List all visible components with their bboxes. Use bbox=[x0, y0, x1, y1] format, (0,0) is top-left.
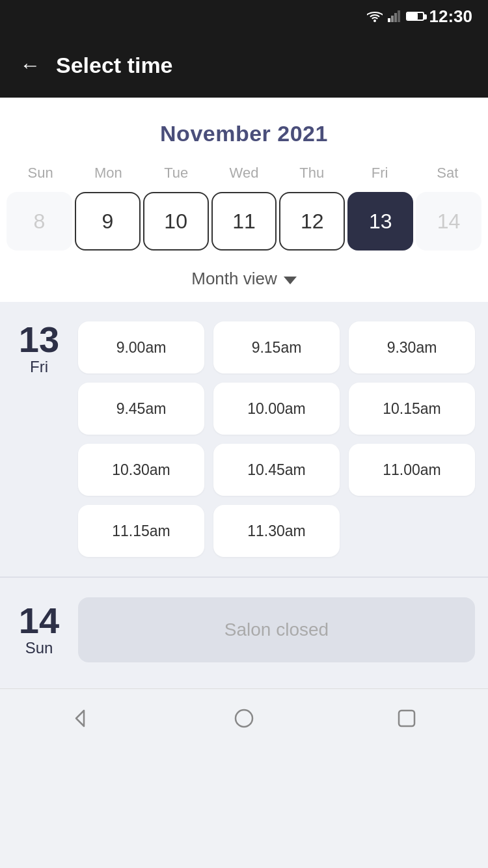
friday-row: 13 Fri 9.00am 9.15am 9.30am 9.45am 10.00… bbox=[13, 321, 475, 557]
month-year-title: November 2021 bbox=[0, 98, 488, 159]
chevron-down-icon bbox=[284, 277, 297, 284]
day-header-sun: Sun bbox=[7, 159, 74, 187]
calendar-row: 8 9 10 11 12 13 14 bbox=[0, 192, 488, 251]
friday-time-grid: 9.00am 9.15am 9.30am 9.45am 10.00am 10.1… bbox=[78, 321, 475, 557]
day-header-mon: Mon bbox=[74, 159, 142, 187]
svg-marker-4 bbox=[76, 711, 84, 726]
status-bar: 12:30 bbox=[0, 0, 488, 33]
sunday-closed-section: 14 Sun Salon closed bbox=[0, 578, 488, 688]
salon-closed-box: Salon closed bbox=[78, 597, 475, 662]
sunday-date-dow: Sun bbox=[13, 639, 65, 657]
time-slot-945[interactable]: 9.45am bbox=[78, 383, 204, 435]
friday-date-num: 13 bbox=[13, 321, 65, 358]
sunday-row: 14 Sun Salon closed bbox=[13, 597, 475, 662]
back-button[interactable]: ← bbox=[20, 53, 40, 77]
friday-times-section: 13 Fri 9.00am 9.15am 9.30am 9.45am 10.00… bbox=[0, 302, 488, 576]
svg-rect-2 bbox=[394, 13, 397, 22]
nav-back-icon bbox=[71, 708, 92, 729]
day-header-tue: Tue bbox=[142, 159, 210, 187]
day-header-fri: Fri bbox=[346, 159, 413, 187]
time-slot-1115[interactable]: 11.15am bbox=[78, 505, 204, 557]
nav-recent-button[interactable] bbox=[387, 699, 426, 738]
nav-home-button[interactable] bbox=[224, 699, 264, 738]
svg-rect-0 bbox=[388, 18, 390, 22]
status-icons: 12:30 bbox=[367, 7, 473, 27]
month-view-toggle[interactable]: Month view bbox=[0, 258, 488, 302]
nav-back-button[interactable] bbox=[62, 699, 101, 738]
time-slot-930[interactable]: 9.30am bbox=[349, 321, 475, 373]
time-slot-1045[interactable]: 10.45am bbox=[213, 444, 340, 496]
time-slot-1130[interactable]: 11.30am bbox=[213, 505, 340, 557]
month-view-label: Month view bbox=[191, 269, 277, 289]
nav-home-icon bbox=[234, 708, 254, 729]
wifi-icon bbox=[367, 10, 383, 22]
nav-bar bbox=[0, 688, 488, 747]
day-header-wed: Wed bbox=[210, 159, 278, 187]
time-slot-1030[interactable]: 10.30am bbox=[78, 444, 204, 496]
main-content: November 2021 Sun Mon Tue Wed Thu Fri Sa… bbox=[0, 98, 488, 302]
sunday-date-num: 14 bbox=[13, 603, 65, 639]
battery-icon bbox=[406, 12, 424, 21]
time-slot-915[interactable]: 9.15am bbox=[213, 321, 340, 373]
status-time: 12:30 bbox=[429, 7, 473, 27]
time-slot-1100[interactable]: 11.00am bbox=[349, 444, 475, 496]
page-title: Select time bbox=[56, 53, 173, 78]
cal-day-12[interactable]: 12 bbox=[279, 192, 345, 251]
cal-day-14[interactable]: 14 bbox=[416, 192, 481, 251]
time-slot-900[interactable]: 9.00am bbox=[78, 321, 204, 373]
svg-rect-1 bbox=[391, 16, 394, 22]
cal-day-10[interactable]: 10 bbox=[143, 192, 209, 251]
time-slot-1000[interactable]: 10.00am bbox=[213, 383, 340, 435]
day-header-thu: Thu bbox=[278, 159, 346, 187]
day-header-sat: Sat bbox=[414, 159, 481, 187]
friday-date-label: 13 Fri bbox=[13, 321, 65, 376]
app-header: ← Select time bbox=[0, 33, 488, 98]
day-headers: Sun Mon Tue Wed Thu Fri Sat bbox=[0, 159, 488, 187]
friday-date-dow: Fri bbox=[13, 358, 65, 376]
sunday-date-label: 14 Sun bbox=[13, 603, 65, 657]
signal-icon bbox=[388, 10, 401, 22]
nav-recent-icon bbox=[396, 708, 417, 729]
svg-point-5 bbox=[236, 710, 252, 727]
cal-day-8[interactable]: 8 bbox=[7, 192, 72, 251]
time-slot-1015[interactable]: 10.15am bbox=[349, 383, 475, 435]
salon-closed-label: Salon closed bbox=[224, 619, 329, 640]
svg-rect-3 bbox=[398, 10, 400, 22]
cal-day-9[interactable]: 9 bbox=[75, 192, 141, 251]
svg-rect-6 bbox=[399, 711, 414, 726]
cal-day-11[interactable]: 11 bbox=[211, 192, 277, 251]
cal-day-13[interactable]: 13 bbox=[347, 192, 413, 251]
